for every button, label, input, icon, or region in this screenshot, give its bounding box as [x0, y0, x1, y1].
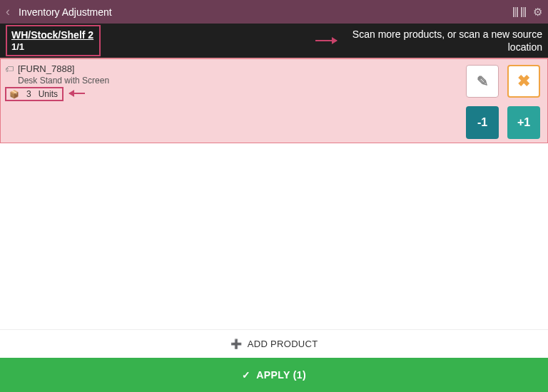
check-icon: ✓: [242, 369, 250, 381]
scan-instruction: Scan more products, or scan a new source…: [342, 28, 542, 53]
gear-icon[interactable]: ⚙: [533, 6, 542, 19]
arrow-left-icon: [69, 93, 85, 94]
product-sku: [FURN_7888]: [18, 63, 74, 74]
close-icon: ✖: [517, 72, 530, 91]
decrement-button[interactable]: -1: [466, 106, 499, 139]
barcode-icon[interactable]: [513, 7, 526, 17]
app-header: ‹ Inventory Adjustment ⚙: [0, 0, 548, 24]
back-icon[interactable]: ‹: [6, 4, 10, 19]
increment-button[interactable]: +1: [507, 106, 540, 139]
cancel-button[interactable]: ✖: [507, 65, 540, 98]
quantity-box[interactable]: 📦 3 Units: [5, 87, 64, 101]
page-title: Inventory Adjustment: [19, 6, 513, 18]
apply-label: APPLY (1): [256, 369, 306, 381]
quantity-value: 3: [26, 89, 31, 99]
tag-icon: 🏷: [5, 64, 14, 74]
arrow-right-icon: [315, 40, 337, 41]
add-product-label: ADD PRODUCT: [248, 339, 318, 349]
add-product-button[interactable]: ➕ ADD PRODUCT: [0, 329, 548, 358]
content-spacer: [0, 143, 548, 329]
package-icon: 📦: [9, 90, 19, 99]
location-box[interactable]: WH/Stock/Shelf 2 1/1: [6, 25, 101, 57]
plus-icon: ➕: [230, 339, 242, 349]
product-card: 🏷 [FURN_7888] Desk Stand with Screen 📦 3…: [0, 58, 548, 143]
apply-button[interactable]: ✓ APPLY (1): [0, 358, 548, 392]
location-path: WH/Stock/Shelf 2: [11, 29, 93, 42]
product-name: Desk Stand with Screen: [18, 76, 542, 86]
location-count: 1/1: [11, 41, 93, 53]
location-bar: WH/Stock/Shelf 2 1/1 Scan more products,…: [0, 24, 548, 58]
edit-button[interactable]: ✎: [466, 65, 499, 98]
pencil-icon: ✎: [477, 73, 489, 90]
quantity-uom: Units: [39, 89, 58, 99]
